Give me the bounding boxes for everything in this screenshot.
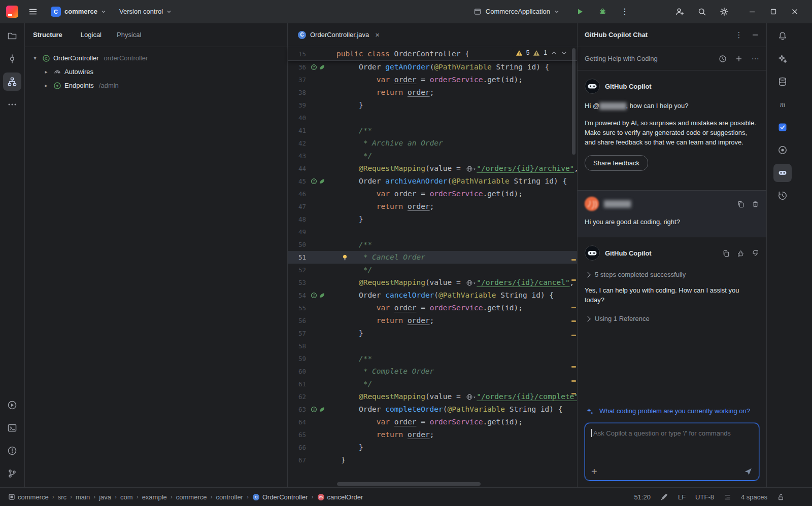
- code-line-36[interactable]: 36 Order getAnOrder(@PathVariable String…: [288, 61, 577, 74]
- code-line-56[interactable]: 56 return order;: [288, 314, 577, 327]
- code-line-50[interactable]: 50 /**: [288, 238, 577, 251]
- spring-bean-gutter-icon[interactable]: [311, 406, 317, 413]
- code-line-38[interactable]: 38 return order;: [288, 86, 577, 99]
- indent-setting[interactable]: 4 spaces: [741, 493, 767, 501]
- spring-leaf-gutter-icon[interactable]: [319, 406, 325, 413]
- project-widget[interactable]: C commerce: [48, 5, 109, 19]
- breadcrumb-cancelorder[interactable]: mcancelOrder: [317, 493, 363, 501]
- structure-node-endpoints[interactable]: ▸Endpoints/admin: [25, 79, 287, 92]
- notifications-tool-icon[interactable]: [773, 27, 792, 45]
- tab-logical[interactable]: Logical: [81, 31, 101, 39]
- code-line-48[interactable]: 48 }: [288, 213, 577, 226]
- warning-stripe-mark[interactable]: [571, 259, 576, 261]
- code-line-66[interactable]: 66 }: [288, 441, 577, 454]
- debug-button[interactable]: [595, 4, 610, 19]
- project-folder-tool-icon[interactable]: [3, 27, 21, 45]
- indent-style-icon[interactable]: [724, 493, 731, 501]
- database-tool-icon[interactable]: [773, 73, 792, 91]
- code-line-54[interactable]: 54 Order cancelOrder(@PathVariable Strin…: [288, 289, 577, 302]
- settings-gear-icon[interactable]: [717, 4, 732, 19]
- plugin-blue-tool-icon[interactable]: [773, 118, 792, 136]
- breadcrumb-java[interactable]: java: [99, 493, 111, 501]
- maximize-button[interactable]: [769, 8, 777, 16]
- structure-node-autowires[interactable]: ▸Autowires: [25, 65, 287, 79]
- spring-leaf-gutter-icon[interactable]: [319, 292, 325, 299]
- code-line-45[interactable]: 45 Order archiveAnOrder(@PathVariable St…: [288, 175, 577, 188]
- spring-bean-gutter-icon[interactable]: [311, 292, 317, 299]
- warning-stripe-mark[interactable]: [571, 393, 576, 394]
- gradle-tool-icon[interactable]: [773, 141, 792, 159]
- spring-bean-gutter-icon[interactable]: [311, 64, 317, 70]
- code-line-51[interactable]: 51 * Cancel Order: [288, 251, 577, 264]
- main-menu-button[interactable]: [25, 4, 41, 19]
- attach-context-button[interactable]: +: [591, 466, 597, 477]
- references-collapse[interactable]: Using 1 Reference: [585, 315, 759, 322]
- run-button[interactable]: [572, 4, 588, 19]
- terminal-tool-icon[interactable]: [3, 419, 21, 437]
- highlighting-level-icon[interactable]: [660, 493, 668, 501]
- code-area[interactable]: 36 Order getAnOrder(@PathVariable String…: [288, 61, 577, 466]
- spring-bean-gutter-icon[interactable]: [311, 178, 317, 185]
- editor-scrollbar[interactable]: [572, 48, 576, 155]
- code-line-65[interactable]: 65 return order;: [288, 428, 577, 441]
- code-line-40[interactable]: 40: [288, 112, 577, 124]
- code-line-57[interactable]: 57 }: [288, 327, 577, 340]
- share-feedback-button[interactable]: Share feedback: [585, 155, 648, 171]
- commit-tool-icon[interactable]: [3, 50, 21, 68]
- code-line-58[interactable]: 58: [288, 340, 577, 352]
- intention-bulb-icon[interactable]: [342, 254, 348, 261]
- breadcrumb-ordercontroller[interactable]: COrderController: [252, 493, 308, 501]
- problems-tool-icon[interactable]: [3, 442, 21, 460]
- warning-stripe-mark[interactable]: [571, 380, 576, 382]
- warning-stripe-mark[interactable]: [571, 335, 576, 336]
- run-configuration-widget[interactable]: CommerceApplication: [470, 6, 562, 18]
- code-line-47[interactable]: 47 return order;: [288, 200, 577, 213]
- copy-icon[interactable]: [722, 249, 730, 257]
- more-icon[interactable]: ⋯: [751, 54, 759, 63]
- suggested-question[interactable]: What coding problem are you currently wo…: [578, 406, 766, 423]
- chat-input[interactable]: Ask Copilot a question or type '/' for c…: [585, 423, 759, 481]
- warning-stripe-mark[interactable]: [571, 279, 576, 281]
- breadcrumb-commerce[interactable]: commerce: [176, 493, 207, 501]
- hide-panel-icon[interactable]: [751, 31, 759, 39]
- thumbs-up-icon[interactable]: [736, 249, 745, 257]
- spring-leaf-gutter-icon[interactable]: [319, 178, 325, 185]
- chevron-right-icon[interactable]: ▸: [42, 69, 50, 75]
- code-line-42[interactable]: 42 * Archive an Order: [288, 137, 577, 150]
- new-chat-icon[interactable]: [735, 55, 743, 62]
- more-actions-icon[interactable]: ⋮: [617, 4, 632, 19]
- code-line-52[interactable]: 52 */: [288, 264, 577, 276]
- sticky-header-line[interactable]: 15 public class OrderController { 5 1: [288, 47, 577, 61]
- close-button[interactable]: [791, 8, 799, 16]
- run-tool-icon[interactable]: [3, 396, 21, 414]
- delete-icon[interactable]: [751, 200, 759, 208]
- chat-options-icon[interactable]: ⋮: [735, 30, 743, 40]
- chevron-down-icon[interactable]: ▾: [31, 55, 39, 61]
- url-inlay-icon[interactable]: ▾: [466, 163, 476, 175]
- editor-tab-ordercontroller[interactable]: C OrderController.java ×: [292, 23, 386, 47]
- code-line-63[interactable]: 63 Order completeOrder(@PathVariable Str…: [288, 403, 577, 416]
- url-inlay-icon[interactable]: ▾: [466, 277, 476, 289]
- steps-collapse[interactable]: 5 steps completed successfully: [585, 271, 759, 278]
- warning-stripe-mark[interactable]: [571, 320, 576, 322]
- code-line-39[interactable]: 39 }: [288, 99, 577, 112]
- code-line-41[interactable]: 41 /**: [288, 124, 577, 137]
- code-line-62[interactable]: 62 @RequestMapping(value = ▾"/orders/{id…: [288, 390, 577, 403]
- file-encoding[interactable]: UTF-8: [695, 493, 714, 501]
- line-separator[interactable]: LF: [678, 493, 686, 501]
- minimize-button[interactable]: [748, 8, 756, 16]
- code-line-60[interactable]: 60 * Complete Order: [288, 365, 577, 378]
- structure-tool-icon[interactable]: [3, 73, 21, 91]
- caret-position[interactable]: 51:20: [634, 493, 651, 501]
- breadcrumb-main[interactable]: main: [76, 493, 90, 501]
- code-line-43[interactable]: 43 */: [288, 150, 577, 162]
- code-line-61[interactable]: 61 */: [288, 378, 577, 390]
- code-line-53[interactable]: 53 @RequestMapping(value = ▾"/orders/{id…: [288, 276, 577, 289]
- history-tool-icon[interactable]: [773, 187, 792, 205]
- code-line-46[interactable]: 46 var order = orderService.get(id);: [288, 188, 577, 200]
- breadcrumb-src[interactable]: src: [58, 493, 66, 501]
- ai-assistant-tool-icon[interactable]: [773, 50, 792, 68]
- search-everywhere-icon[interactable]: [694, 4, 709, 19]
- copy-icon[interactable]: [736, 200, 745, 208]
- writable-lock-icon[interactable]: [777, 493, 785, 501]
